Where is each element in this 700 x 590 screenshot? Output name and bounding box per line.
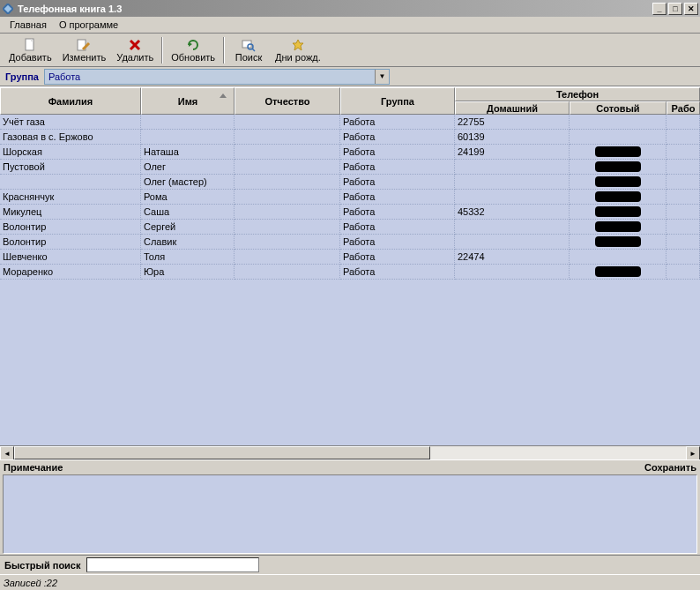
table-row[interactable]: МораренкоЮраРабота [0, 265, 700, 280]
redacted-phone [595, 236, 641, 247]
table-row[interactable]: Олег (мастер)Работа [0, 175, 700, 190]
note-bar: Примечание Сохранить [0, 459, 700, 474]
table-row[interactable]: КраснянчукРомаРабота [0, 190, 700, 205]
table-cell [666, 265, 700, 280]
column-header-group[interactable]: Группа [340, 87, 455, 115]
table-cell: Толя [141, 250, 235, 265]
table-cell: Рома [141, 190, 235, 205]
table-cell: Мораренко [0, 265, 141, 280]
table-cell: Олег (мастер) [141, 175, 235, 190]
filter-label: Группа [4, 71, 44, 82]
edit-button[interactable]: Изменить [57, 35, 112, 65]
minimize-button[interactable]: _ [652, 3, 666, 15]
maximize-button[interactable]: □ [668, 3, 682, 15]
window-title: Телефонная книга 1.3 [18, 4, 652, 14]
table-cell [141, 130, 235, 145]
table-cell: Работа [340, 205, 455, 220]
scroll-thumb[interactable] [14, 446, 430, 459]
quick-search-input[interactable] [86, 557, 259, 572]
table-cell: Волонтир [0, 220, 141, 235]
table-row[interactable]: Учёт газаРабота22755 [0, 115, 700, 130]
table-cell [570, 235, 666, 250]
table-cell: Шевченко [0, 250, 141, 265]
redacted-phone [595, 221, 641, 232]
search-button[interactable]: Поиск [227, 35, 270, 65]
data-grid: Фамилия Имя Отчество Группа Телефон Дома… [0, 86, 700, 459]
pencil-document-icon [77, 38, 91, 52]
close-button[interactable]: ✕ [684, 3, 698, 15]
document-new-icon [23, 38, 37, 52]
column-header-phone-group[interactable]: Телефон [455, 87, 700, 101]
save-note-button[interactable]: Сохранить [644, 462, 696, 473]
table-cell [455, 160, 570, 175]
column-header-mobile[interactable]: Сотовый [570, 101, 666, 115]
table-cell [455, 265, 570, 280]
table-cell [570, 130, 666, 145]
note-textarea[interactable] [3, 474, 697, 554]
birthday-button[interactable]: Дни рожд. [270, 35, 326, 65]
table-row[interactable]: МикулецСашаРабота45332 [0, 205, 700, 220]
menubar: Главная О программе [0, 17, 700, 34]
column-header-home[interactable]: Домашний [455, 101, 570, 115]
table-cell: Работа [340, 235, 455, 250]
table-cell: Пустовой [0, 160, 141, 175]
table-row[interactable]: ШорскаяНаташаРабота24199 [0, 145, 700, 160]
table-cell: Сергей [141, 220, 235, 235]
chevron-down-icon[interactable]: ▼ [375, 70, 389, 84]
record-count: Записей :22 [4, 578, 57, 588]
scroll-track[interactable] [14, 446, 686, 459]
table-cell [235, 220, 340, 235]
table-cell [235, 145, 340, 160]
toolbar-separator [223, 37, 225, 63]
table-cell: Волонтир [0, 235, 141, 250]
delete-button[interactable]: Удалить [111, 35, 159, 65]
table-row[interactable]: Газовая в с. ЕржовоРабота60139 [0, 130, 700, 145]
table-cell: Шорская [0, 145, 141, 160]
menu-about[interactable]: О программе [53, 18, 124, 32]
table-cell [570, 160, 666, 175]
table-cell [235, 115, 340, 130]
table-row[interactable]: ВолонтирСергейРабота [0, 220, 700, 235]
add-button[interactable]: Добавить [4, 35, 57, 65]
table-cell: Работа [340, 220, 455, 235]
table-cell: Краснянчук [0, 190, 141, 205]
table-cell [666, 205, 700, 220]
scroll-right-button[interactable]: ► [686, 446, 700, 459]
group-combobox[interactable]: Работа ▼ [44, 69, 390, 85]
table-cell [666, 115, 700, 130]
horizontal-scrollbar[interactable]: ◄ ► [0, 445, 700, 459]
table-cell: Работа [340, 250, 455, 265]
table-cell [570, 265, 666, 280]
table-cell: Юра [141, 265, 235, 280]
table-cell: Микулец [0, 205, 141, 220]
group-combobox-value: Работа [45, 70, 375, 84]
table-cell [570, 220, 666, 235]
refresh-button[interactable]: Обновить [166, 35, 220, 65]
statusbar: Записей :22 [0, 574, 700, 590]
column-header-name[interactable]: Имя [141, 87, 235, 115]
table-cell [235, 190, 340, 205]
scroll-left-button[interactable]: ◄ [0, 446, 14, 459]
redacted-phone [595, 206, 641, 217]
app-icon [2, 3, 14, 15]
table-cell: 22474 [455, 250, 570, 265]
table-cell: Газовая в с. Ержово [0, 130, 141, 145]
table-cell: Саша [141, 205, 235, 220]
table-cell: Работа [340, 190, 455, 205]
table-cell: Работа [340, 160, 455, 175]
table-cell [666, 235, 700, 250]
column-header-surname[interactable]: Фамилия [0, 87, 141, 115]
table-cell [666, 130, 700, 145]
column-header-patronym[interactable]: Отчество [235, 87, 340, 115]
table-cell: Славик [141, 235, 235, 250]
menu-main[interactable]: Главная [4, 18, 53, 32]
svg-marker-12 [293, 40, 303, 50]
table-cell [570, 250, 666, 265]
star-icon [291, 38, 305, 52]
table-cell [455, 220, 570, 235]
table-row[interactable]: ШевченкоТоляРабота22474 [0, 250, 700, 265]
note-label: Примечание [4, 462, 63, 473]
column-header-work[interactable]: Рабо [666, 101, 700, 115]
table-row[interactable]: ВолонтирСлавикРабота [0, 235, 700, 250]
table-row[interactable]: ПустовойОлегРабота [0, 160, 700, 175]
